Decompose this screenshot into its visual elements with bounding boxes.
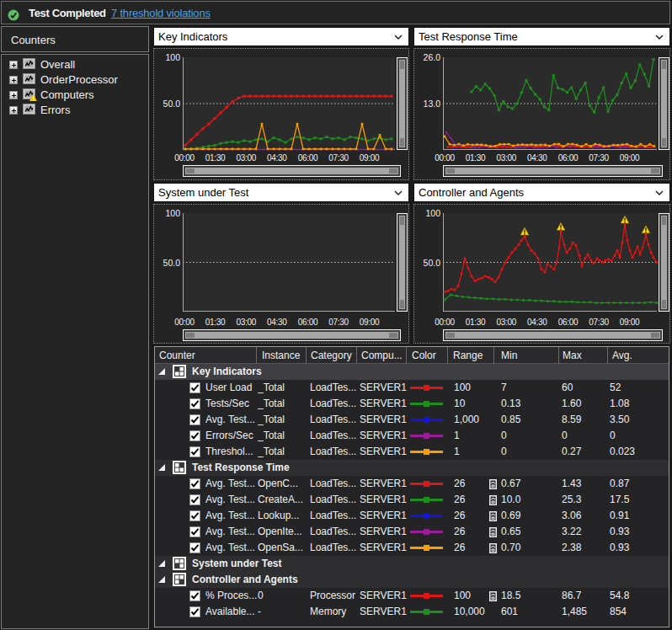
svg-text:03:00: 03:00	[236, 318, 256, 327]
svg-text:00:00: 00:00	[174, 153, 195, 163]
svg-text:03:00: 03:00	[496, 153, 516, 163]
svg-text:07:30: 07:30	[328, 153, 349, 163]
svg-text:01:30: 01:30	[466, 318, 486, 327]
svg-text:04:30: 04:30	[527, 318, 547, 327]
svg-text:00:00: 00:00	[435, 318, 455, 327]
svg-text:06:00: 06:00	[298, 153, 318, 163]
svg-text:01:30: 01:30	[205, 318, 226, 327]
svg-text:01:30: 01:30	[466, 153, 486, 163]
svg-text:07:30: 07:30	[589, 153, 609, 163]
svg-text:09:00: 09:00	[360, 153, 380, 163]
svg-text:50.0: 50.0	[163, 258, 181, 268]
svg-text:04:30: 04:30	[267, 318, 287, 327]
svg-text:04:30: 04:30	[527, 153, 547, 163]
svg-text:06:00: 06:00	[298, 318, 318, 327]
svg-text:06:00: 06:00	[558, 153, 579, 163]
svg-text:07:30: 07:30	[589, 318, 609, 327]
svg-text:00:00: 00:00	[435, 153, 455, 163]
svg-text:09:00: 09:00	[620, 318, 640, 327]
svg-text:03:00: 03:00	[236, 153, 256, 163]
svg-text:13.0: 13.0	[424, 99, 441, 109]
svg-text:100: 100	[165, 208, 180, 218]
svg-text:01:30: 01:30	[205, 153, 226, 163]
svg-text:03:00: 03:00	[496, 318, 516, 327]
svg-text:50.0: 50.0	[163, 99, 181, 109]
svg-text:09:00: 09:00	[360, 318, 380, 327]
svg-text:04:30: 04:30	[267, 153, 287, 163]
svg-text:50.0: 50.0	[424, 258, 441, 268]
svg-text:100: 100	[425, 208, 440, 218]
svg-text:09:00: 09:00	[620, 153, 640, 163]
svg-text:100: 100	[165, 52, 180, 62]
svg-text:06:00: 06:00	[558, 318, 579, 327]
svg-text:00:00: 00:00	[174, 318, 195, 327]
svg-text:26.0: 26.0	[424, 52, 441, 62]
svg-text:07:30: 07:30	[328, 318, 349, 327]
